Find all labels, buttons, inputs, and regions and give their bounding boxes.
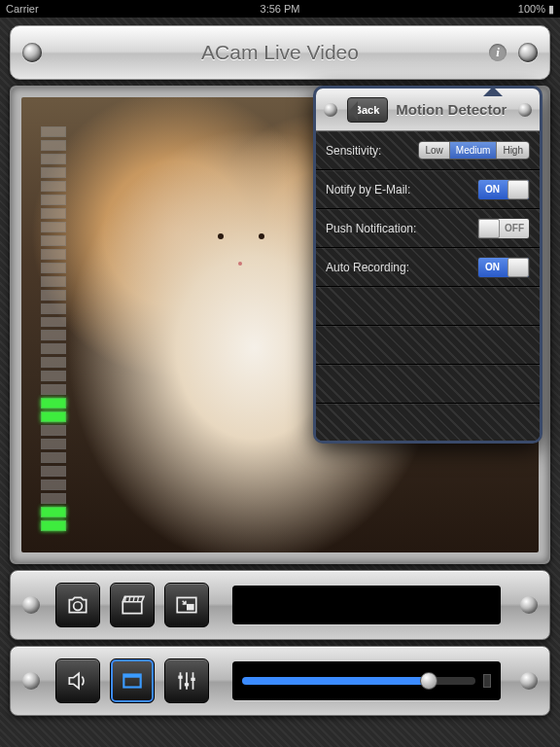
vu-segment [41, 249, 66, 260]
vu-segment [41, 439, 66, 449]
equalizer-icon [174, 668, 199, 694]
rivet-icon [520, 672, 538, 690]
audio-toolbar [10, 646, 550, 716]
notify-email-row: Notify by E-Mail: ON [316, 170, 540, 209]
vu-segment [41, 235, 66, 246]
vu-segment [41, 493, 66, 504]
snapshot-button[interactable] [55, 583, 100, 627]
sensitivity-row: Sensitivity: LowMediumHigh [316, 131, 540, 170]
volume-slider-container [232, 661, 501, 700]
rivet-icon [518, 103, 532, 117]
notify-email-label: Notify by E-Mail: [326, 183, 410, 196]
vu-segment [41, 398, 66, 409]
rivet-icon [22, 596, 40, 614]
popover-title: Motion Detector [396, 101, 510, 118]
auto-recording-toggle[interactable]: ON [477, 257, 530, 278]
vu-segment [41, 425, 66, 436]
push-notification-row: Push Notification: OFF [316, 209, 540, 248]
capture-toolbar [10, 570, 550, 640]
clock: 3:56 PM [261, 3, 300, 15]
popover-header: Back Motion Detector [316, 89, 540, 131]
pip-icon [174, 592, 199, 618]
notify-email-toggle[interactable]: ON [477, 179, 530, 200]
status-bar: Carrier 3:56 PM 100% ▮ [0, 0, 560, 18]
empty-row [316, 365, 540, 404]
overlay-button[interactable] [110, 658, 155, 703]
back-button[interactable]: Back [347, 97, 388, 123]
vu-meter [41, 126, 66, 531]
vu-segment [41, 222, 66, 232]
sensitivity-label: Sensitivity: [326, 144, 381, 158]
svg-rect-4 [178, 676, 182, 679]
volume-slider[interactable] [242, 677, 475, 685]
auto-recording-row: Auto Recording: ON [316, 248, 540, 287]
vu-segment [41, 317, 66, 328]
empty-row [316, 287, 540, 326]
clapperboard-icon [120, 592, 145, 618]
vu-segment [41, 140, 66, 151]
battery-label: 100% ▮ [518, 3, 554, 16]
vu-segment [41, 126, 66, 137]
camera-icon [65, 592, 90, 618]
sensitivity-option-high[interactable]: High [497, 142, 529, 159]
vu-segment [41, 452, 66, 463]
rivet-icon [520, 596, 538, 614]
status-display [232, 586, 501, 624]
vu-segment [41, 357, 66, 368]
app-header: ACam Live Video i [10, 25, 550, 80]
auto-recording-label: Auto Recording: [326, 261, 409, 274]
vu-segment [41, 520, 66, 531]
push-notification-label: Push Notification: [326, 222, 416, 235]
rivet-icon [22, 672, 40, 690]
settings-popover: Back Motion Detector Sensitivity: LowMed… [313, 86, 542, 444]
vu-segment [41, 411, 66, 422]
vu-segment [41, 507, 66, 517]
pip-button[interactable] [164, 583, 209, 627]
vu-segment [41, 208, 66, 219]
empty-row [316, 326, 540, 365]
popover-body: Sensitivity: LowMediumHigh Notify by E-M… [316, 131, 540, 441]
sensitivity-option-medium[interactable]: Medium [450, 142, 498, 159]
svg-rect-1 [187, 604, 194, 611]
vu-segment [41, 343, 66, 354]
slider-endcap-icon [483, 674, 491, 688]
svg-rect-5 [185, 683, 189, 686]
sensitivity-option-low[interactable]: Low [419, 142, 449, 159]
equalizer-button[interactable] [164, 658, 209, 703]
app-title: ACam Live Video [201, 41, 359, 64]
vu-segment [41, 384, 66, 395]
carrier-label: Carrier [6, 3, 39, 15]
record-button[interactable] [110, 583, 155, 627]
slider-thumb[interactable] [420, 672, 438, 690]
vu-segment [41, 276, 66, 287]
rivet-icon [518, 43, 538, 62]
overlay-icon [120, 668, 145, 694]
svg-rect-6 [191, 678, 194, 681]
rivet-icon [324, 103, 337, 117]
push-notification-toggle[interactable]: OFF [477, 218, 530, 239]
empty-row [316, 404, 540, 443]
vu-segment [41, 167, 66, 178]
vu-segment [41, 371, 66, 381]
vu-segment [41, 290, 66, 301]
vu-segment [41, 154, 66, 164]
speaker-icon [65, 668, 90, 694]
vu-segment [41, 330, 66, 340]
sensitivity-segmented-control[interactable]: LowMediumHigh [418, 141, 530, 160]
vu-segment [41, 195, 66, 205]
speaker-button[interactable] [55, 658, 100, 703]
vu-segment [41, 181, 66, 192]
vu-segment [41, 303, 66, 314]
rivet-icon [22, 43, 42, 62]
info-button[interactable]: i [489, 44, 507, 61]
vu-segment [41, 480, 66, 490]
svg-rect-3 [123, 675, 140, 678]
vu-segment [41, 263, 66, 273]
vu-segment [41, 466, 66, 477]
